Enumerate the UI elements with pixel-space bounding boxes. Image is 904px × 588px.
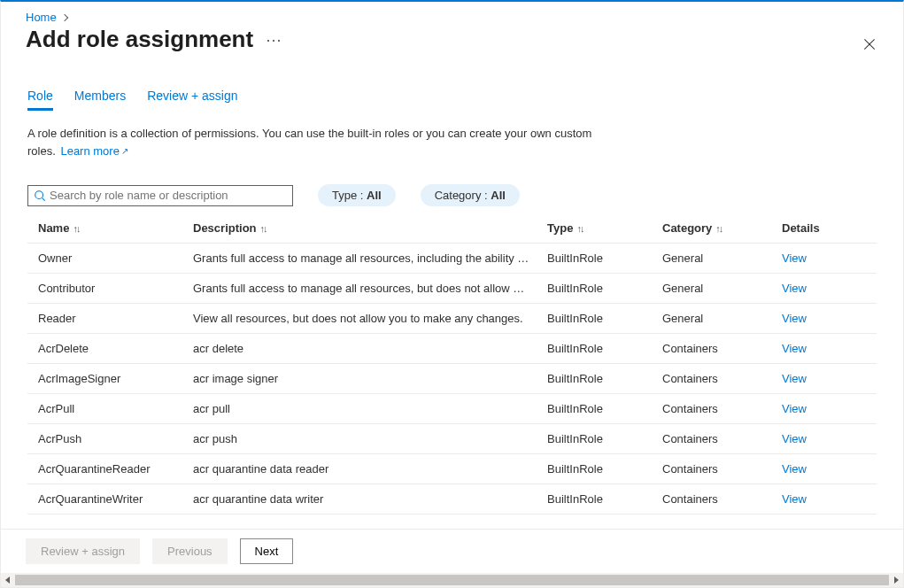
cell-category: Containers <box>652 424 771 454</box>
table-row[interactable]: ContributorGrants full access to manage … <box>27 274 877 304</box>
scroll-thumb[interactable] <box>15 575 889 585</box>
cell-description: View all resources, but does not allow y… <box>182 304 537 334</box>
cell-name: AcrPull <box>27 394 182 424</box>
cell-description: Grants full access to manage all resourc… <box>182 244 537 274</box>
tab-review-assign[interactable]: Review + assign <box>147 89 237 111</box>
cell-name: AcrDelete <box>27 334 182 364</box>
table-row[interactable]: ReaderView all resources, but does not a… <box>27 304 877 334</box>
cell-description: acr push <box>182 424 537 454</box>
view-link[interactable]: View <box>782 282 807 295</box>
view-link[interactable]: View <box>782 462 807 476</box>
cell-category: Containers <box>652 334 771 364</box>
cell-type: BuiltInRole <box>537 274 652 304</box>
tab-role[interactable]: Role <box>27 89 53 111</box>
footer: Review + assign Previous Next <box>1 529 903 573</box>
cell-category: General <box>652 304 771 334</box>
search-input[interactable] <box>50 189 287 202</box>
cell-name: AcrImageSigner <box>27 364 182 394</box>
learn-more-link[interactable]: Learn more↗ <box>60 144 127 158</box>
sort-icon: ↑↓ <box>73 223 79 234</box>
cell-category: General <box>652 274 771 304</box>
col-header-name[interactable]: Name↑↓ <box>27 213 182 244</box>
more-actions-button[interactable]: ⋯ <box>266 30 283 50</box>
cell-name: AcrQuarantineReader <box>27 454 182 484</box>
cell-type: BuiltInRole <box>537 454 652 484</box>
view-link[interactable]: View <box>782 251 807 265</box>
sort-icon: ↑↓ <box>260 223 267 234</box>
col-header-details: Details <box>771 213 877 244</box>
cell-category: Containers <box>652 364 771 394</box>
cell-name: AcrPush <box>27 424 182 454</box>
search-icon <box>34 190 46 202</box>
breadcrumb: Home <box>26 11 885 24</box>
cell-description: acr image signer <box>182 364 537 394</box>
cell-description: acr pull <box>182 394 537 424</box>
cell-category: General <box>652 244 771 274</box>
close-button[interactable] <box>861 35 878 53</box>
external-link-icon: ↗ <box>121 143 128 160</box>
horizontal-scrollbar[interactable] <box>1 573 903 587</box>
cell-type: BuiltInRole <box>537 364 652 394</box>
view-link[interactable]: View <box>782 312 807 325</box>
sort-icon: ↑↓ <box>715 223 722 234</box>
page-title: Add role assignment <box>26 26 253 53</box>
view-link[interactable]: View <box>782 432 807 445</box>
cell-description: acr quarantine data reader <box>182 454 537 484</box>
table-row[interactable]: AcrPushacr pushBuiltInRoleContainersView <box>27 424 877 454</box>
chevron-right-icon <box>60 14 67 21</box>
tabs: Role Members Review + assign <box>27 89 877 111</box>
sort-icon: ↑↓ <box>576 223 583 234</box>
cell-category: Containers <box>652 484 771 514</box>
next-button[interactable]: Next <box>240 538 294 564</box>
cell-type: BuiltInRole <box>537 244 652 274</box>
col-header-description[interactable]: Description↑↓ <box>182 213 537 244</box>
search-box[interactable] <box>27 185 293 206</box>
view-link[interactable]: View <box>782 342 807 355</box>
scroll-right-icon <box>894 576 899 584</box>
cell-name: Reader <box>27 304 182 334</box>
table-row[interactable]: AcrPullacr pullBuiltInRoleContainersView <box>27 394 877 424</box>
cell-description: acr quarantine data writer <box>182 484 537 514</box>
cell-name: Owner <box>27 244 182 274</box>
col-header-category[interactable]: Category↑↓ <box>652 213 771 244</box>
cell-category: Containers <box>652 394 771 424</box>
previous-button: Previous <box>152 538 228 564</box>
cell-category: Containers <box>652 454 771 484</box>
col-header-type[interactable]: Type↑↓ <box>537 213 652 244</box>
review-assign-button: Review + assign <box>26 538 140 564</box>
table-row[interactable]: AcrImageSigneracr image signerBuiltInRol… <box>27 364 877 394</box>
description-text: A role definition is a collection of per… <box>27 125 594 161</box>
cell-type: BuiltInRole <box>537 304 652 334</box>
filter-category-pill[interactable]: Category : All <box>421 184 520 206</box>
cell-name: AcrQuarantineWriter <box>27 484 182 514</box>
table-row[interactable]: AcrDeleteacr deleteBuiltInRoleContainers… <box>27 334 877 364</box>
roles-table: Name↑↓ Description↑↓ Type↑↓ Category↑↓ D… <box>27 213 877 514</box>
cell-description: acr delete <box>182 334 537 364</box>
cell-description: Grants full access to manage all resourc… <box>182 274 537 304</box>
cell-type: BuiltInRole <box>537 394 652 424</box>
filter-type-pill[interactable]: Type : All <box>318 184 396 206</box>
cell-name: Contributor <box>27 274 182 304</box>
cell-type: BuiltInRole <box>537 424 652 454</box>
scroll-left-icon <box>5 576 10 584</box>
breadcrumb-home[interactable]: Home <box>26 11 57 24</box>
table-row[interactable]: AcrQuarantineWriteracr quarantine data w… <box>27 484 877 514</box>
view-link[interactable]: View <box>782 492 807 506</box>
tab-members[interactable]: Members <box>74 89 126 111</box>
table-row[interactable]: OwnerGrants full access to manage all re… <box>27 244 877 274</box>
cell-type: BuiltInRole <box>537 484 652 514</box>
svg-line-1 <box>42 197 45 200</box>
cell-type: BuiltInRole <box>537 334 652 364</box>
view-link[interactable]: View <box>782 372 807 385</box>
svg-point-0 <box>35 190 43 198</box>
view-link[interactable]: View <box>782 402 807 415</box>
table-row[interactable]: AcrQuarantineReaderacr quarantine data r… <box>27 454 877 484</box>
